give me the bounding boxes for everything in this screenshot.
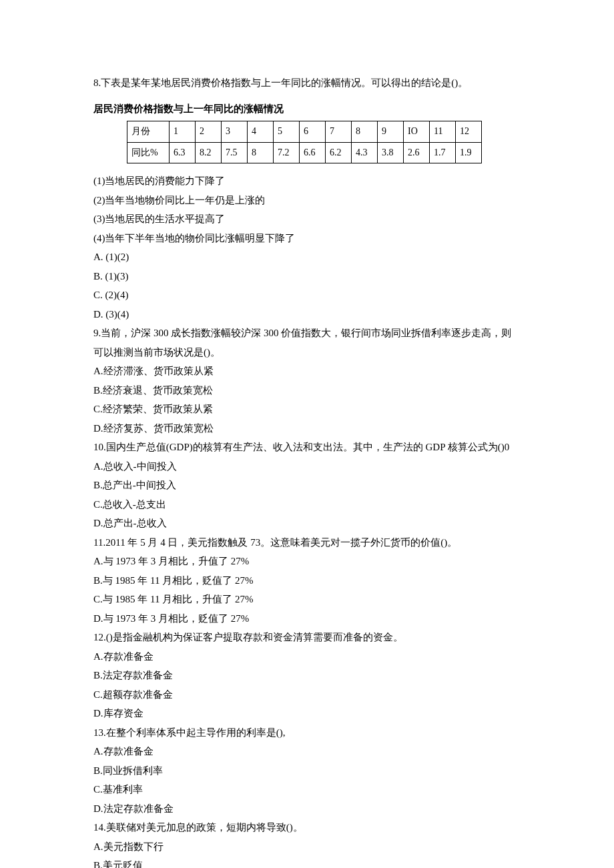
table-cell: 8.2: [196, 142, 222, 163]
q8-stem: 8.下表是某年某地居民消费价格指数与上一年同比的涨幅情况。可以得出的结论是()。: [93, 73, 521, 93]
q13-option-b: B.同业拆借利率: [93, 761, 521, 781]
table-cell: 3.8: [378, 142, 404, 163]
q10-option-a: A.总收入-中间投入: [93, 457, 521, 476]
q13-stem: 13.在整个利率体系中起主导作用的利率是(),: [93, 723, 521, 743]
table-cell: 6.3: [170, 142, 196, 163]
q8-statement-3: (3)当地居民的生活水平提高了: [93, 209, 521, 229]
table-cell: 12: [456, 121, 482, 143]
q8-table-caption: 居民消费价格指数与上一年同比的涨幅情况: [93, 99, 521, 119]
q8-statement-4: (4)当年下半年当地的物价同比涨幅明显下降了: [93, 229, 521, 248]
q14-option-b: B.美元贬值: [93, 856, 521, 868]
q12-option-c: C.超额存款准备金: [93, 685, 521, 705]
q8-option-b: B. (1)(3): [93, 267, 521, 286]
q12-option-a: A.存款准备金: [93, 647, 521, 667]
table-cell: 4: [248, 121, 274, 143]
q8-table: 月份 1 2 3 4 5 6 7 8 9 IO 11 12 同比% 6.3 8.…: [127, 121, 482, 163]
table-cell: 6.6: [300, 142, 326, 163]
table-cell: 1: [170, 121, 196, 143]
table-cell: 4.3: [352, 142, 378, 163]
table-cell: 2: [196, 121, 222, 143]
q11-option-a: A.与 1973 年 3 月相比，升值了 27%: [93, 552, 521, 571]
table-cell: 1.7: [430, 142, 456, 163]
table-cell: 8: [352, 121, 378, 143]
q14-option-a: A.美元指数下行: [93, 837, 521, 857]
q8-statement-1: (1)当地居民的消费能力下降了: [93, 171, 521, 191]
q11-option-d: D.与 1973 年 3 月相比，贬值了 27%: [93, 609, 521, 628]
q8-option-a: A. (1)(2): [93, 248, 521, 267]
q11-stem: 11.2011 年 5 月 4 日，美元指数触及 73。这意味着美元对一揽子外汇…: [93, 533, 521, 552]
q12-stem: 12.()是指金融机构为保证客户提取存款和资金清算需要而准备的资金。: [93, 628, 521, 647]
q12-option-b: B.法定存款准备金: [93, 666, 521, 685]
q8-option-c: C. (2)(4): [93, 286, 521, 305]
q9-option-b: B.经济衰退、货币政策宽松: [93, 381, 521, 400]
q9-option-d: D.经济复苏、货币政策宽松: [93, 419, 521, 438]
table-row: 月份 1 2 3 4 5 6 7 8 9 IO 11 12: [127, 121, 482, 143]
q11-option-b: B.与 1985 年 11 月相比，贬值了 27%: [93, 571, 521, 590]
table-cell: 11: [430, 121, 456, 143]
table-row: 同比% 6.3 8.2 7.5 8 7.2 6.6 6.2 4.3 3.8 2.…: [127, 142, 482, 163]
table-cell: 6: [300, 121, 326, 143]
q13-option-a: A.存款准备金: [93, 742, 521, 761]
table-cell: 9: [378, 121, 404, 143]
q9-option-a: A.经济滞涨、货币政策从紧: [93, 362, 521, 381]
q9-stem: 9.当前，沪深 300 成长指数涨幅较沪深 300 价值指数大，银行间市场同业拆…: [93, 324, 521, 362]
q8-option-d: D. (3)(4): [93, 305, 521, 324]
q12-option-d: D.库存资金: [93, 704, 521, 723]
q10-option-c: C.总收入-总支出: [93, 495, 521, 514]
table-cell: 2.6: [404, 142, 430, 163]
q13-option-d: D.法定存款准备金: [93, 799, 521, 819]
q14-stem: 14.美联储对美元加息的政策，短期内将导致()。: [93, 818, 521, 837]
q10-option-d: D.总产出-总收入: [93, 514, 521, 533]
table-cell: 7.5: [222, 142, 248, 163]
q13-option-c: C.基准利率: [93, 780, 521, 799]
q9-option-c: C.经济繁荣、货币政策从紧: [93, 400, 521, 419]
table-cell: 1.9: [456, 142, 482, 163]
table-cell: 3: [222, 121, 248, 143]
q10-stem: 10.国内生产总值(GDP)的核算有生产法、收入法和支出法。其中，生产法的 GD…: [93, 438, 521, 457]
row-label-month: 月份: [127, 121, 170, 143]
table-cell: 5: [274, 121, 300, 143]
table-cell: 7: [326, 121, 352, 143]
table-cell: 7.2: [274, 142, 300, 163]
q11-option-c: C.与 1985 年 11 月相比，升值了 27%: [93, 590, 521, 609]
table-cell: IO: [404, 121, 430, 143]
table-cell: 8: [248, 142, 274, 163]
table-cell: 6.2: [326, 142, 352, 163]
q8-statement-2: (2)当年当地物价同比上一年仍是上涨的: [93, 191, 521, 210]
q10-option-b: B.总产出-中间投入: [93, 476, 521, 495]
row-label-yoy: 同比%: [127, 142, 170, 163]
